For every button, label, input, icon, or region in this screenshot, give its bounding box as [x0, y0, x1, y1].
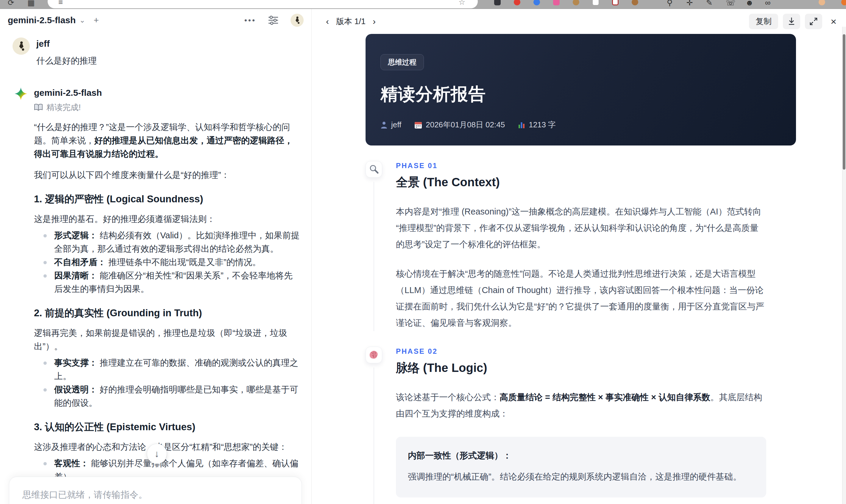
copy-button[interactable]: 复制 [749, 14, 778, 29]
phase-2-lead: 该论述基于一个核心公式：高质量结论 = 结构完整性 × 事实准确性 × 认知自律… [396, 389, 766, 422]
bookmark-star-icon[interactable]: ☆ [458, 0, 465, 7]
app-window: ⟳ ▦ ≡ ☆ ⚲ ✛ ✎ ☏ ☻ ∞ gemini-2.5-flash ⌄ +… [0, 0, 846, 504]
calendar-icon [415, 121, 422, 129]
chat-messages[interactable]: jeff 什么是好的推理 gemini-2.5-flash [0, 35, 311, 504]
panel-divider [311, 9, 312, 504]
assistant-status-text: 精读完成! [47, 102, 81, 113]
conversation-title[interactable]: gemini-2.5-flash [8, 15, 76, 25]
favicon-pink[interactable] [553, 0, 560, 5]
assistant-lead: 我们可以从以下四个维度来衡量什么是“好的推理”： [34, 168, 301, 182]
assistant-status: 精读完成! [34, 102, 301, 113]
chevron-down-icon[interactable]: ⌄ [79, 16, 85, 24]
dimension-cards: 内部一致性（形式逻辑）： 强调推理的“机械正确”。结论必须在给定的规则系统内逻辑… [396, 437, 766, 504]
bar-chart-icon [518, 121, 525, 129]
report-hero-card: 思维过程 精读分析报告 jeff [366, 34, 796, 145]
report-body[interactable]: 思维过程 精读分析报告 jeff [312, 34, 842, 504]
meta-wordcount: 1213 字 [518, 120, 556, 130]
phase-2-title: 脉络 (The Logic) [396, 360, 766, 376]
close-panel-button[interactable]: × [828, 16, 840, 28]
section-2-bullets: 事实支撑： 推理建立在可靠的数据、准确的观测或公认的真理之上。 假设透明： 好的… [34, 356, 301, 410]
section-2-desc: 逻辑再完美，如果前提是错误的，推理也是垃圾（即“垃圾进，垃圾出”）。 [34, 326, 301, 353]
list-item: 事实支撑： 推理建立在可靠的数据、准确的观测或公认的真理之上。 [34, 356, 301, 383]
gemini-logo-icon [14, 87, 28, 100]
browser-toolbar: ⟳ ▦ ≡ ☆ ⚲ ✛ ✎ ☏ ☻ ∞ [0, 0, 846, 9]
phase-1-section: PHASE 01 全景 (The Context) 本内容是对“推理 (Reas… [366, 161, 842, 331]
user-message-avatar [13, 37, 30, 55]
version-navigator: ‹ 版本 1/1 › [324, 16, 377, 27]
message-input[interactable]: 思维接口已就绪，请传输指令。 + [9, 476, 302, 504]
extension-crop-icon[interactable]: ✛ [686, 0, 693, 7]
phase-1-paragraph-1: 本内容是对“推理 (Reasoning)”这一抽象概念的高层建模。在知识爆炸与人… [396, 203, 766, 253]
scrollbar-thumb[interactable] [843, 34, 845, 169]
assistant-intro: “什么是好的推理？”这是一个涉及逻辑学、认知科学和哲学核心的问题。简单来说，好的… [34, 121, 301, 161]
assistant-message: gemini-2.5-flash 精读完成! “什么是好的推理？”这是一个涉及逻… [13, 87, 301, 504]
chat-panel: gemini-2.5-flash ⌄ + ••• [0, 9, 311, 504]
favicon-orange[interactable] [841, 0, 846, 5]
scroll-to-bottom-button[interactable]: ↓ [147, 444, 167, 464]
section-3-heading: 3. 认知的公正性 (Epistemic Virtues) [34, 420, 301, 434]
phase-1-title: 全景 (The Context) [396, 174, 766, 191]
favicon-red-border[interactable] [612, 0, 619, 5]
phase-2-rail [366, 347, 396, 504]
favicon-tan[interactable] [632, 0, 638, 5]
meta-date: 2026年01月08日 02:45 [415, 120, 505, 130]
dimension-card-1: 内部一致性（形式逻辑）： 强调推理的“机械正确”。结论必须在给定的规则系统内逻辑… [396, 437, 766, 498]
new-chat-button[interactable]: + [94, 15, 99, 25]
favicon-red[interactable] [514, 0, 520, 5]
version-next-button[interactable]: › [371, 16, 377, 27]
phase-2-label: PHASE 02 [396, 347, 766, 356]
section-1-bullets: 形式逻辑： 结构必须有效（Valid）。比如演绎推理中，如果前提全部为真，那么通… [34, 229, 301, 296]
list-item: 假设透明： 好的推理会明确指明哪些是已知事实，哪些是基于可能的假设。 [34, 383, 301, 410]
reload-icon[interactable]: ⟳ [8, 0, 14, 7]
user-message: jeff 什么是好的推理 [13, 37, 301, 68]
section-2-heading: 2. 前提的真实性 (Grounding in Truth) [34, 306, 301, 320]
arrow-down-icon: ↓ [155, 448, 159, 460]
version-label: 版本 1/1 [336, 16, 366, 27]
phase-1-label: PHASE 01 [396, 162, 766, 170]
extension-pen-icon[interactable]: ✎ [706, 0, 712, 7]
extension-pin-icon[interactable]: ⚲ [667, 0, 672, 7]
grid-icon[interactable]: ▦ [28, 0, 35, 7]
favicon-blue[interactable] [533, 0, 540, 5]
meta-author: jeff [381, 120, 401, 129]
extension-phone-icon[interactable]: ☏ [726, 0, 736, 7]
assistant-name: gemini-2.5-flash [34, 88, 301, 98]
version-prev-button[interactable]: ‹ [324, 16, 331, 27]
extension-binoculars-icon[interactable]: ∞ [765, 0, 771, 7]
report-title: 精读分析报告 [381, 83, 781, 106]
hero-badge: 思维过程 [381, 54, 424, 70]
hamburger-icon[interactable]: ≡ [58, 0, 63, 7]
section-1-heading: 1. 逻辑的严密性 (Logical Soundness) [34, 193, 301, 206]
user-avatar[interactable] [290, 14, 304, 27]
url-bar[interactable]: ≡ ☆ [48, 0, 478, 8]
profile-avatar-icon[interactable] [818, 0, 825, 5]
expand-fullscreen-button[interactable] [805, 14, 822, 29]
brain-icon [366, 347, 382, 363]
download-button[interactable] [783, 14, 800, 29]
extension-person-icon[interactable]: ☻ [745, 0, 754, 7]
tune-settings-icon[interactable] [268, 16, 279, 25]
report-meta: jeff 2026年01月08日 02:45 [381, 120, 781, 130]
favicon-dark[interactable] [494, 0, 501, 5]
list-item: 不自相矛盾： 推理链条中不能出现“既是又非”的情况。 [34, 256, 301, 269]
person-icon [381, 121, 388, 129]
input-placeholder: 思维接口已就绪，请传输指令。 [22, 489, 288, 501]
phase-1-rail [366, 161, 396, 331]
list-item: 形式逻辑： 结构必须有效（Valid）。比如演绎推理中，如果前提全部为真，那么通… [34, 229, 301, 256]
section-1-desc: 这是推理的基石。好的推理必须遵循逻辑法则： [34, 212, 301, 226]
report-scrollbar[interactable] [842, 27, 846, 504]
magnifier-icon [366, 161, 382, 178]
timeline-connector [374, 182, 374, 331]
book-icon [34, 104, 43, 111]
chat-header: gemini-2.5-flash ⌄ + ••• [0, 9, 311, 32]
user-name: jeff [36, 39, 301, 49]
favicon-white[interactable] [593, 0, 599, 5]
more-options-button[interactable]: ••• [244, 16, 256, 25]
phase-2-section: PHASE 02 脉络 (The Logic) 该论述基于一个核心公式：高质量结… [366, 347, 842, 504]
favicon-brown[interactable] [573, 0, 579, 5]
section-3-desc: 这涉及推理者的心态和方法论，也是区分“杠精”和“思想家”的关键： [34, 440, 301, 454]
list-item: 因果清晰： 能准确区分“相关性”和“因果关系”，不会轻率地将先后发生的事情归为因… [34, 269, 301, 296]
user-message-text: 什么是好的推理 [36, 54, 301, 68]
timeline-connector [374, 367, 374, 504]
report-header: ‹ 版本 1/1 › 复制 × [312, 9, 846, 34]
